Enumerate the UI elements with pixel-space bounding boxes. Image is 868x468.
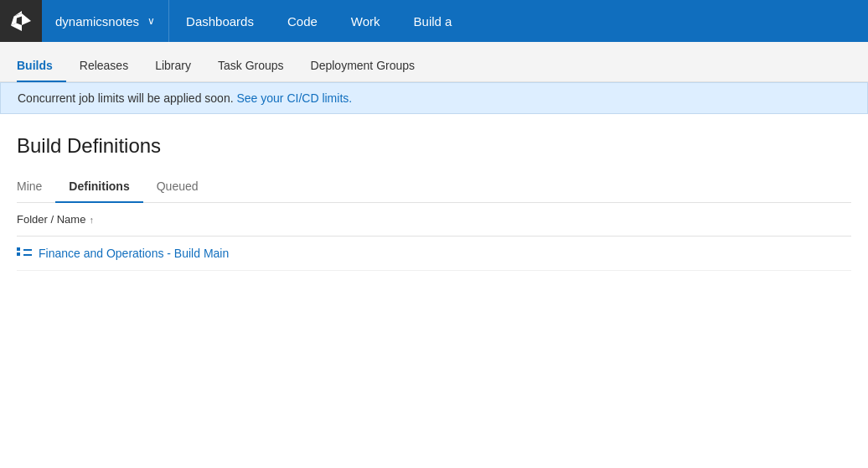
build-definition-link[interactable]: Finance and Operations - Build Main	[39, 247, 229, 260]
notification-bar: Concurrent job limits will be applied so…	[0, 82, 868, 114]
list-icon-dot-bottom	[17, 252, 20, 256]
sub-tabs: Mine Definitions Queued	[17, 174, 851, 203]
top-nav-links: Dashboards Code Work Build a	[169, 0, 468, 42]
top-nav: dynamicsnotes ∨ Dashboards Code Work Bui…	[0, 0, 868, 42]
org-name: dynamicsnotes	[55, 14, 139, 29]
top-nav-dashboards[interactable]: Dashboards	[169, 0, 271, 42]
sub-tab-definitions[interactable]: Definitions	[55, 174, 142, 203]
sub-tab-mine[interactable]: Mine	[17, 174, 55, 203]
page-title: Build Definitions	[17, 134, 851, 158]
org-chevron-icon: ∨	[147, 15, 155, 27]
main-content: Build Definitions Mine Definitions Queue…	[0, 114, 868, 271]
secondary-nav-deployment-groups[interactable]: Deployment Groups	[297, 59, 429, 82]
secondary-nav-library[interactable]: Library	[142, 59, 204, 82]
notification-text: Concurrent job limits will be applied so…	[18, 91, 234, 105]
secondary-nav-releases[interactable]: Releases	[66, 59, 142, 82]
top-nav-code[interactable]: Code	[271, 0, 334, 42]
org-selector[interactable]: dynamicsnotes ∨	[42, 0, 169, 42]
secondary-nav-builds[interactable]: Builds	[17, 59, 66, 82]
table-header: Folder / Name ↑	[17, 203, 851, 237]
top-nav-work[interactable]: Work	[334, 0, 397, 42]
list-icon-dot-top	[17, 247, 20, 251]
secondary-nav-task-groups[interactable]: Task Groups	[204, 59, 297, 82]
folder-name-column-label: Folder / Name	[17, 213, 85, 226]
build-definition-list-icon	[17, 247, 32, 259]
logo-area	[0, 0, 42, 42]
table-row: Finance and Operations - Build Main	[17, 237, 851, 271]
sort-asc-icon[interactable]: ↑	[89, 215, 94, 225]
secondary-nav: Builds Releases Library Task Groups Depl…	[0, 42, 868, 82]
sub-tab-queued[interactable]: Queued	[143, 174, 212, 203]
notification-link[interactable]: See your CI/CD limits.	[236, 91, 352, 105]
top-nav-build[interactable]: Build a	[397, 0, 469, 42]
azure-devops-logo-icon	[11, 11, 31, 31]
